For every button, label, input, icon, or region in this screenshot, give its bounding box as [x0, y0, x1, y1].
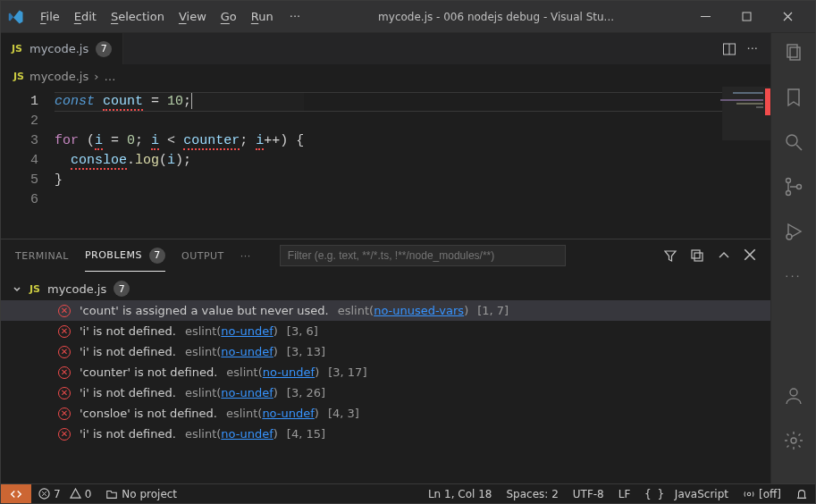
chevron-down-icon — [12, 283, 22, 294]
status-errors[interactable]: 7 0 — [31, 484, 98, 503]
tab-output[interactable]: OUTPUT — [181, 239, 224, 272]
svg-rect-5 — [694, 253, 702, 261]
code-line[interactable]: for (i = 0; i < counter; i++) { — [55, 131, 304, 151]
error-icon: ✕ — [58, 407, 71, 420]
problem-rule-link[interactable]: no-undef — [221, 345, 273, 358]
js-file-icon: JS — [29, 283, 40, 295]
minimap[interactable] — [722, 87, 770, 239]
problem-rule-link[interactable]: no-undef — [221, 324, 273, 338]
problem-source: eslint(no-undef) — [185, 345, 278, 358]
maximize-button[interactable] — [726, 3, 767, 31]
status-cursor-position[interactable]: Ln 1, Col 18 — [421, 484, 500, 503]
collapse-all-icon[interactable] — [690, 248, 704, 263]
problem-row[interactable]: ✕'i' is not defined. eslint(no-undef) [3… — [1, 341, 770, 362]
minimize-button[interactable] — [685, 3, 726, 31]
problem-source: eslint(no-unused-vars) — [338, 304, 468, 317]
svg-point-13 — [787, 234, 792, 239]
problem-location: [4, 3] — [328, 407, 359, 420]
window-title: mycode.js - 006 nodejs debug - Visual St… — [309, 11, 683, 23]
problems-filter-input[interactable] — [280, 245, 566, 266]
breadcrumb[interactable]: JS mycode.js › … — [1, 65, 770, 87]
status-eol[interactable]: LF — [611, 484, 638, 503]
files-icon[interactable] — [783, 42, 804, 63]
problem-location: [3, 17] — [328, 365, 366, 379]
bookmark-icon[interactable] — [783, 87, 804, 108]
problem-source: eslint(no-undef) — [185, 386, 278, 399]
source-control-icon[interactable] — [783, 176, 804, 197]
code-line[interactable]: } — [55, 171, 304, 190]
svg-point-10 — [786, 179, 790, 183]
overflow-icon[interactable]: ··· — [783, 265, 804, 287]
problem-file-header[interactable]: JSmycode.js7 — [1, 277, 770, 300]
code-editor[interactable]: 123456 const count = 10;for (i = 0; i < … — [1, 87, 770, 239]
editor-tab-mycode[interactable]: JS mycode.js 7 — [1, 33, 123, 64]
problem-rule-link[interactable]: no-undef — [263, 365, 315, 379]
problem-file-name: mycode.js — [47, 282, 106, 296]
code-line[interactable]: const count = 10; — [55, 92, 304, 112]
menu-go[interactable]: Go — [214, 6, 244, 27]
error-icon: ✕ — [58, 366, 71, 379]
menu-edit[interactable]: Edit — [67, 6, 104, 27]
code-line[interactable]: consloe.log(i); — [55, 151, 304, 171]
svg-rect-0 — [701, 16, 711, 17]
status-language[interactable]: { } JavaScript — [637, 484, 736, 503]
problem-message: 'i' is not defined. — [80, 427, 176, 441]
tab-terminal[interactable]: TERMINAL — [15, 239, 69, 272]
menu-view[interactable]: View — [172, 6, 214, 27]
problem-rule-link[interactable]: no-undef — [221, 386, 273, 399]
problem-row[interactable]: ✕'count' is assigned a value but never u… — [1, 300, 770, 321]
tab-problems[interactable]: PROBLEMS 7 — [85, 239, 165, 272]
problem-row[interactable]: ✕'i' is not defined. eslint(no-undef) [3… — [1, 321, 770, 341]
problem-row[interactable]: ✕'i' is not defined. eslint(no-undef) [4… — [1, 424, 770, 444]
problem-rule-link[interactable]: no-undef — [262, 407, 314, 420]
remote-button[interactable] — [1, 484, 31, 503]
problem-message: 'count' is assigned a value but never us… — [80, 304, 329, 317]
menu-run[interactable]: Run — [244, 6, 281, 27]
problem-rule-link[interactable]: no-unused-vars — [374, 304, 464, 317]
problem-rule-link[interactable]: no-undef — [221, 427, 273, 441]
problem-row[interactable]: ✕'counter' is not defined. eslint(no-und… — [1, 362, 770, 382]
problem-file-count: 7 — [114, 281, 130, 297]
menu-selection[interactable]: Selection — [104, 6, 172, 27]
menu-bar: FileEditSelectionViewGoRun — [33, 6, 281, 27]
filter-icon[interactable] — [663, 248, 677, 263]
problem-row[interactable]: ✕'consloe' is not defined. eslint(no-und… — [1, 403, 770, 424]
problem-message: 'i' is not defined. — [80, 386, 176, 399]
close-button[interactable] — [767, 3, 808, 31]
problem-source: eslint(no-undef) — [185, 427, 278, 441]
menu-file[interactable]: File — [33, 6, 67, 27]
error-icon: ✕ — [58, 428, 71, 441]
title-bar: FileEditSelectionViewGoRun ··· mycode.js… — [1, 1, 815, 33]
svg-point-8 — [787, 135, 797, 146]
problems-filter[interactable] — [280, 245, 566, 266]
problem-row[interactable]: ✕'i' is not defined. eslint(no-undef) [3… — [1, 382, 770, 403]
panel-overflow-icon[interactable]: ··· — [240, 239, 251, 272]
status-golive[interactable]: [off] — [736, 484, 788, 503]
problem-message: 'i' is not defined. — [80, 324, 176, 338]
problems-list: JSmycode.js7✕'count' is assigned a value… — [1, 272, 770, 453]
problems-count-badge: 7 — [149, 248, 165, 264]
error-icon: ✕ — [58, 305, 71, 317]
account-icon[interactable] — [783, 385, 804, 407]
split-editor-icon[interactable] — [722, 42, 736, 56]
window-controls — [685, 3, 808, 31]
problem-location: [3, 13] — [287, 345, 325, 358]
chevron-up-icon[interactable] — [717, 248, 731, 263]
status-notifications-icon[interactable] — [788, 484, 815, 503]
status-project[interactable]: No project — [98, 484, 184, 503]
menu-overflow[interactable]: ··· — [282, 6, 307, 27]
search-icon[interactable] — [783, 131, 804, 153]
status-bar: 7 0 No project Ln 1, Col 18 Spaces: 2 UT… — [1, 483, 815, 503]
more-actions-icon[interactable]: ··· — [747, 42, 758, 56]
breadcrumb-more-icon: … — [104, 70, 115, 83]
status-encoding[interactable]: UTF-8 — [566, 484, 611, 503]
status-indent[interactable]: Spaces: 2 — [499, 484, 565, 503]
breadcrumb-filename: mycode.js — [29, 70, 88, 83]
code-line[interactable] — [55, 112, 304, 131]
svg-point-15 — [791, 438, 796, 443]
settings-gear-icon[interactable] — [783, 430, 804, 451]
panel-close-icon[interactable] — [744, 248, 756, 263]
svg-rect-1 — [743, 13, 751, 21]
code-line[interactable] — [55, 190, 304, 210]
run-debug-icon[interactable] — [783, 221, 804, 242]
